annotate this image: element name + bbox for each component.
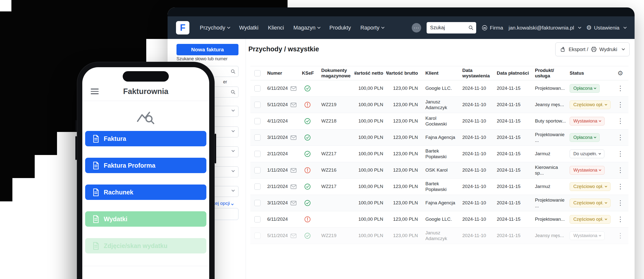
row-checkbox[interactable] xyxy=(254,118,260,124)
company-switcher[interactable]: Firma xyxy=(482,25,503,31)
mobile-button-zdjęcie-skan-wydatku[interactable]: Zdjęcie/skan wydatku xyxy=(85,238,206,253)
status-badge[interactable]: Częściowo opł. xyxy=(570,100,610,109)
row-checkbox[interactable] xyxy=(254,85,260,92)
ksef-ok-icon xyxy=(304,151,311,157)
chevron-down-icon xyxy=(232,129,235,132)
header-status[interactable]: Status xyxy=(567,66,612,80)
nav-item-wydatki[interactable]: Wydatki xyxy=(239,25,258,31)
status-badge[interactable]: Opłacona xyxy=(570,84,600,93)
issue-date: 2024-11-10 xyxy=(459,179,494,195)
status-badge[interactable]: Częściowo opł. xyxy=(570,215,610,224)
product-name: Projektowanie ... xyxy=(532,195,567,211)
invoice-number[interactable]: 6/11/2024 xyxy=(267,216,288,222)
status-badge[interactable]: Opłacona xyxy=(570,133,600,142)
invoice-number[interactable]: 5/11/2024 xyxy=(267,102,288,107)
header-produkt[interactable]: Produkt/ usługa xyxy=(532,66,567,80)
row-menu-kebab-icon[interactable]: ⋮ xyxy=(617,200,624,206)
navbar-search xyxy=(426,22,476,34)
header-brutto[interactable]: Wartość brutto xyxy=(386,66,421,80)
header-klient[interactable]: Klient xyxy=(421,66,459,80)
table-header-row: Numer KSeF Dokumenty magazynowe Wartość … xyxy=(250,66,628,80)
row-menu-kebab-icon[interactable]: ⋮ xyxy=(617,216,624,223)
status-badge[interactable]: Częściowo opł. xyxy=(570,199,610,207)
status-badge[interactable]: Wystawiona xyxy=(570,166,604,175)
client-name[interactable]: Bartek Popławski xyxy=(421,146,459,162)
client-name[interactable]: Janusz Adamczyk xyxy=(421,228,459,244)
row-menu-kebab-icon[interactable]: ⋮ xyxy=(617,183,624,190)
user-email: jan.kowalski@fakturownia.pl xyxy=(509,25,574,31)
table-settings-gear-icon[interactable]: ⚙ xyxy=(618,70,623,76)
issue-date: 2024-11-10 xyxy=(459,162,494,178)
status-badge[interactable]: Do uzupełn. xyxy=(570,150,604,158)
phone-screen: Fakturownia Faktura Faktura Proforma Rac… xyxy=(82,67,209,279)
row-checkbox[interactable] xyxy=(254,167,260,173)
header-dokumenty[interactable]: Dokumenty magazynowe xyxy=(315,66,354,80)
envelope-icon xyxy=(290,184,296,189)
select-all-checkbox[interactable] xyxy=(254,70,260,76)
row-checkbox[interactable] xyxy=(254,200,260,206)
mobile-button-wydatki[interactable]: Wydatki xyxy=(85,211,206,227)
row-checkbox[interactable] xyxy=(254,216,260,222)
new-invoice-button[interactable]: Nowa faktura xyxy=(176,44,238,55)
header-ksef[interactable]: KSeF xyxy=(300,66,315,80)
status-badge[interactable]: Częściowo opł. xyxy=(570,182,610,191)
client-name[interactable]: OSK Karol xyxy=(421,162,459,178)
invoice-number[interactable]: 4/11/2024 xyxy=(267,118,288,124)
row-checkbox[interactable] xyxy=(254,183,260,190)
client-name[interactable]: Karol Gocławski xyxy=(421,113,459,129)
chevron-down-icon xyxy=(599,120,601,122)
row-menu-kebab-icon[interactable]: ⋮ xyxy=(617,134,624,141)
envelope-icon xyxy=(290,86,296,91)
status-badge[interactable]: Wystawiona xyxy=(570,231,604,240)
nav-item-klienci[interactable]: Klienci xyxy=(268,25,284,31)
net-value: 100,00 PLN xyxy=(354,162,386,178)
app-navbar: F PrzychodyWydatkiKlienciMagazynProdukty… xyxy=(168,16,634,39)
export-prints-button[interactable]: Eksport / Wydruki xyxy=(555,42,630,56)
settings-menu[interactable]: ⚙ Ustawienia xyxy=(586,25,626,31)
navbar-overflow-icon[interactable]: ··· xyxy=(412,23,421,33)
nav-item-produkty[interactable]: Produkty xyxy=(330,25,351,31)
mobile-buttons: Faktura Faktura Proforma Rachunek Wydatk… xyxy=(85,131,206,265)
mobile-button-rachunek[interactable]: Rachunek xyxy=(85,184,206,200)
client-name[interactable]: Bartek Popławski xyxy=(421,179,459,195)
nav-item-magazyn[interactable]: Magazyn xyxy=(294,25,320,31)
header-numer[interactable]: Numer xyxy=(264,66,288,80)
product-name: Projektowan... xyxy=(532,80,567,97)
invoice-number[interactable]: 1/11/2024 xyxy=(267,167,288,173)
row-checkbox[interactable] xyxy=(254,233,260,239)
row-menu-kebab-icon[interactable]: ⋮ xyxy=(617,101,624,108)
client-name[interactable]: Fajna Agencja xyxy=(421,129,459,146)
row-menu-kebab-icon[interactable]: ⋮ xyxy=(617,85,624,92)
nav-item-raporty[interactable]: Raporty xyxy=(360,25,384,31)
invoice-number[interactable]: 3/11/2024 xyxy=(267,200,288,206)
mobile-button-faktura[interactable]: Faktura xyxy=(85,131,206,146)
user-account-menu[interactable]: jan.kowalski@fakturownia.pl xyxy=(509,25,581,31)
header-netto[interactable]: Wartość netto xyxy=(354,66,386,80)
invoice-number[interactable]: 5/11/2024 xyxy=(267,233,288,238)
invoice-number[interactable]: 3/11/2024 xyxy=(267,135,288,140)
row-menu-kebab-icon[interactable]: ⋮ xyxy=(617,118,624,125)
client-name[interactable]: Fajna Agencja xyxy=(421,195,459,211)
client-name[interactable]: Google LLC. xyxy=(421,211,459,227)
row-checkbox[interactable] xyxy=(254,102,260,108)
row-checkbox[interactable] xyxy=(254,134,260,141)
invoice-number[interactable]: 6/11/2024 xyxy=(267,86,288,91)
row-checkbox[interactable] xyxy=(254,151,260,157)
mobile-button-faktura-proforma[interactable]: Faktura Proforma xyxy=(85,158,206,173)
header-data-platnosci[interactable]: Data płatności xyxy=(494,66,532,80)
invoice-number[interactable]: 2/11/2024 xyxy=(267,151,288,156)
app-logo[interactable]: F xyxy=(176,21,190,35)
company-icon xyxy=(482,25,488,31)
gross-value: 123,00 PLN xyxy=(386,113,421,129)
row-menu-kebab-icon[interactable]: ⋮ xyxy=(617,151,624,157)
invoice-number[interactable]: 2/11/2024 xyxy=(267,184,288,189)
net-value: 100,00 PLN xyxy=(354,195,386,211)
status-badge[interactable]: Wystawiona xyxy=(570,117,604,126)
row-menu-kebab-icon[interactable]: ⋮ xyxy=(617,167,624,174)
header-data-wystawienia[interactable]: Data wystawienia xyxy=(459,66,494,80)
client-name[interactable]: Google LLC. xyxy=(421,80,459,97)
row-menu-kebab-icon[interactable]: ⋮ xyxy=(617,232,624,239)
client-name[interactable]: Janusz Adamczyk xyxy=(421,97,459,113)
nav-item-przychody[interactable]: Przychody xyxy=(200,25,230,31)
fakturownia-logo-icon xyxy=(136,110,156,126)
